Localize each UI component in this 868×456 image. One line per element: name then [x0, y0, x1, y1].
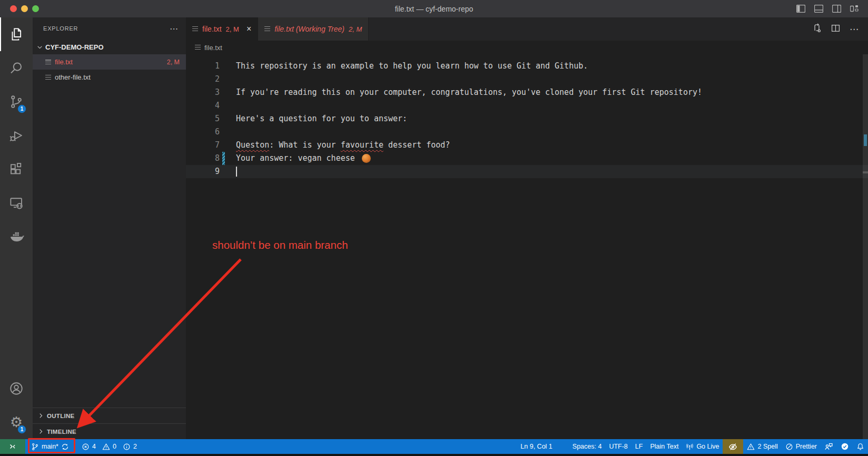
- tab-bar: file.txt 2, M × file.txt (Working Tree) …: [186, 17, 868, 41]
- code-line-5[interactable]: 5Here's a question for you to answer:: [186, 112, 868, 125]
- notifications-bell-icon[interactable]: [853, 439, 868, 454]
- text-file-icon: [195, 45, 201, 50]
- code-line-1[interactable]: 1This repository is an example to help y…: [186, 60, 868, 73]
- modified-line-marker: [864, 134, 867, 146]
- sidebar-item-other-file-txt[interactable]: other-file.txt: [33, 70, 186, 85]
- toggle-panel-icon[interactable]: [814, 5, 823, 13]
- error-icon: [82, 443, 90, 451]
- breadcrumb[interactable]: file.txt: [186, 41, 868, 54]
- sidebar-title: EXPLORER: [43, 25, 78, 32]
- activity-remote-explorer-icon[interactable]: [0, 186, 33, 220]
- gutter-spacer: [222, 139, 225, 152]
- warning-icon: [747, 443, 755, 451]
- code-line-2[interactable]: 2: [186, 73, 868, 86]
- line-number: 5: [186, 112, 220, 125]
- go-live-button[interactable]: Go Live: [682, 439, 723, 454]
- close-window-button[interactable]: [10, 5, 17, 12]
- broadcast-icon: [686, 443, 694, 451]
- text-file-icon: [45, 75, 51, 80]
- editor-more-actions-icon[interactable]: ⋯: [850, 24, 859, 35]
- indentation-indicator[interactable]: Spaces: 4: [569, 439, 606, 454]
- gutter-spacer: [222, 165, 225, 178]
- editor-group: file.txt 2, M × file.txt (Working Tree) …: [186, 17, 868, 439]
- problems-indicator[interactable]: 4 0 2: [78, 439, 144, 454]
- eye-off-icon: [728, 442, 737, 451]
- encoding-indicator[interactable]: UTF-8: [605, 439, 631, 454]
- activity-bar: 1 ⚙ 1: [0, 17, 33, 439]
- source-control-badge: 1: [17, 104, 26, 113]
- activity-accounts-icon[interactable]: [0, 372, 33, 405]
- tab-file-txt[interactable]: file.txt 2, M ×: [186, 17, 258, 41]
- zoom-window-button[interactable]: [32, 5, 39, 12]
- code-line-8[interactable]: 8Your answer: vegan cheese: [186, 152, 868, 165]
- modified-gutter-indicator: [222, 152, 225, 165]
- code-line-6[interactable]: 6: [186, 125, 868, 139]
- activity-explorer-icon[interactable]: [0, 17, 33, 51]
- slash-circle-icon: [785, 443, 793, 451]
- warning-icon: [102, 443, 110, 451]
- split-editor-icon[interactable]: [831, 24, 840, 35]
- cursor-position-marker: [863, 171, 868, 173]
- timeline-panel-header[interactable]: TIMELINE: [33, 423, 186, 439]
- close-tab-icon[interactable]: ×: [246, 24, 251, 34]
- settings-badge: 1: [17, 425, 26, 434]
- explorer-more-actions-icon[interactable]: ⋯: [170, 24, 179, 34]
- chevron-down-icon: [37, 44, 43, 50]
- minimize-window-button[interactable]: [21, 5, 28, 12]
- toggle-secondary-sidebar-icon[interactable]: [832, 5, 841, 13]
- status-bar: main* 4 0 2 Ln 9, Col 1 Spaces: 4 UTF-8 …: [0, 439, 868, 454]
- line-number: 7: [186, 139, 220, 152]
- outline-panel-header[interactable]: OUTLINE: [33, 408, 186, 423]
- line-number: 8: [186, 152, 220, 165]
- text-file-icon: [264, 26, 270, 32]
- activity-docker-icon[interactable]: [0, 220, 33, 254]
- annotation-box-around-branch: [28, 438, 75, 453]
- gutter-spacer: [222, 112, 225, 125]
- annotation-text: shouldn’t be on main branch: [212, 239, 348, 251]
- line-number: 4: [186, 99, 220, 112]
- vscode-window: file.txt — cyf-demo-repo 1: [0, 0, 868, 456]
- line-number: 2: [186, 73, 220, 86]
- text-file-icon: [192, 26, 198, 32]
- activity-extensions-icon[interactable]: [0, 152, 33, 186]
- open-changes-icon[interactable]: [812, 23, 822, 35]
- info-icon: [123, 443, 131, 451]
- activity-source-control-icon[interactable]: 1: [0, 85, 33, 119]
- folder-section-cyf-demo-repo[interactable]: CYF-DEMO-REPO: [33, 40, 186, 54]
- sidebar-item-file-txt[interactable]: file.txt 2, M: [33, 54, 186, 70]
- line-number: 9: [186, 165, 220, 178]
- check-badge-icon[interactable]: [837, 439, 853, 454]
- gutter-spacer: [222, 60, 225, 73]
- line-number: 3: [186, 86, 220, 99]
- code-line-3[interactable]: 3If you're reading this on your computer…: [186, 86, 868, 99]
- gutter-spacer: [222, 99, 225, 112]
- chevron-right-icon: [38, 413, 44, 419]
- remote-icon: [8, 442, 17, 451]
- code-line-9[interactable]: 9: [186, 165, 868, 178]
- feedback-icon[interactable]: [821, 439, 837, 454]
- spell-checker-indicator[interactable]: 2 Spell: [743, 439, 781, 454]
- remote-indicator[interactable]: [0, 439, 25, 454]
- cursor-position-indicator[interactable]: Ln 9, Col 1: [517, 439, 556, 454]
- code-line-4[interactable]: 4: [186, 99, 868, 112]
- code-line-7[interactable]: 7Queston: What is your favourite dessert…: [186, 139, 868, 152]
- tab-file-txt-working-tree[interactable]: file.txt (Working Tree) 2, M: [258, 17, 369, 41]
- line-text: Your answer: vegan cheese: [236, 152, 371, 165]
- line-text: Here's a question for you to answer:: [236, 112, 407, 125]
- language-mode-indicator[interactable]: Plain Text: [646, 439, 682, 454]
- titlebar: file.txt — cyf-demo-repo: [0, 0, 868, 17]
- line-text: Queston: What is your favourite dessert …: [236, 139, 450, 152]
- prettier-indicator[interactable]: Prettier: [782, 439, 821, 454]
- activity-settings-icon[interactable]: ⚙ 1: [0, 405, 33, 439]
- window-controls: [10, 5, 39, 12]
- activity-run-debug-icon[interactable]: [0, 119, 33, 152]
- overview-ruler[interactable]: [863, 54, 868, 439]
- eol-indicator[interactable]: LF: [632, 439, 647, 454]
- toggle-primary-sidebar-icon[interactable]: [796, 5, 805, 13]
- explorer-sidebar: EXPLORER ⋯ CYF-DEMO-REPO file.txt 2, M o…: [33, 17, 186, 439]
- eye-off-toggle[interactable]: [723, 439, 743, 454]
- activity-search-icon[interactable]: [0, 51, 33, 85]
- line-text: [236, 165, 237, 178]
- customize-layout-icon[interactable]: [850, 5, 859, 13]
- text-file-icon: [45, 60, 51, 65]
